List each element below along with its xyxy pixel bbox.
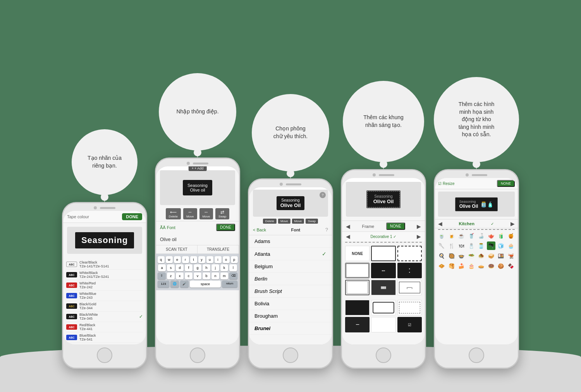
key-y[interactable]: y (198, 256, 205, 263)
frame-none-btn[interactable]: NONE (386, 223, 405, 230)
illus-none-btn[interactable]: NONE (497, 180, 515, 187)
frame-cell-12[interactable]: ━━ (345, 317, 370, 332)
font-brunei[interactable]: Brunei (249, 322, 332, 335)
key-mic[interactable]: 🎤 (180, 281, 189, 288)
swap-btn[interactable]: ⇄ Swap (215, 208, 229, 219)
question-mark-icon[interactable]: ? (320, 192, 326, 198)
key-u[interactable]: u (206, 256, 213, 263)
icon-chocolate[interactable]: 🍫 (507, 262, 515, 270)
frame-cell-9[interactable] (345, 300, 370, 315)
font-adams[interactable]: Adams (249, 235, 332, 248)
icon-sandwich[interactable]: 🥪 (487, 252, 495, 260)
key-j[interactable]: j (211, 264, 219, 271)
icon-fork-knife[interactable]: 🍴 (447, 241, 456, 250)
tape-item-1[interactable]: ABC Clear/BlackTZe-141/TZe-S141 (66, 259, 143, 270)
tape-item-5[interactable]: ABC Black/GoldTZe-344 (66, 301, 143, 312)
key-l[interactable]: l (229, 264, 237, 271)
key-n[interactable]: n (211, 272, 219, 279)
key-m[interactable]: m (220, 272, 228, 279)
key-x[interactable]: x (176, 272, 184, 279)
icon-salad[interactable]: 🥗 (467, 252, 476, 260)
key-v[interactable]: v (194, 272, 201, 279)
font-done-btn[interactable]: DONE (216, 224, 235, 231)
icon-coffee[interactable]: ☕ (457, 231, 466, 240)
key-z[interactable]: z (167, 272, 175, 279)
key-e[interactable]: e (174, 256, 181, 263)
font-bolivia[interactable]: Bolivia (249, 298, 332, 310)
phone5-home-btn[interactable] (469, 347, 484, 363)
key-o[interactable]: o (223, 256, 230, 263)
key-123[interactable]: 123 (158, 281, 169, 288)
key-k[interactable]: k (220, 264, 228, 271)
key-space[interactable]: space (190, 281, 221, 288)
key-shift[interactable]: ⇧ (158, 272, 166, 279)
frame-cell-1[interactable] (371, 246, 395, 261)
key-c[interactable]: c (185, 272, 193, 279)
icon-pan[interactable]: 🍳 (437, 252, 446, 260)
frame-right-arrow[interactable]: ▶ (417, 223, 421, 229)
key-g[interactable]: g (194, 264, 201, 271)
icon-ice[interactable]: 🧊 (497, 241, 505, 250)
tape-item-8[interactable]: ABC Blue/BlackTZe-541 (66, 332, 143, 343)
move-left-btn[interactable]: ↔ Move (183, 208, 197, 219)
frame-cell-7[interactable]: ▓▓▓ (371, 280, 395, 295)
phone2-home-btn[interactable] (190, 347, 205, 363)
icon-donut[interactable]: 🍩 (487, 262, 495, 270)
frame-none-cell[interactable]: NONE (345, 246, 370, 261)
frame-cell-4[interactable]: ▪▪▪ (371, 263, 395, 278)
frame-cell-11[interactable] (397, 300, 422, 315)
p3-delete-btn[interactable]: Delete (263, 219, 277, 224)
icon-waffle[interactable]: 🧇 (437, 262, 446, 270)
icon-pot[interactable]: 🥘 (447, 252, 456, 260)
key-s[interactable]: s (167, 264, 175, 271)
key-b[interactable]: b (203, 272, 210, 279)
key-a[interactable]: a (158, 264, 166, 271)
frame-cell-14[interactable]: ☑ (397, 317, 422, 332)
kitchen-left-arrow[interactable]: ◀ (438, 221, 442, 227)
key-t[interactable]: t (190, 256, 197, 263)
key-globe[interactable]: 🌐 (170, 281, 179, 288)
back-btn[interactable]: < Back (253, 228, 266, 232)
translate-btn[interactable]: TRANSLATE (198, 245, 239, 253)
icon-cake-slice[interactable]: 🍰 (457, 262, 466, 270)
scan-text-btn[interactable]: SCAN TEXT (156, 245, 198, 253)
font-berlin[interactable]: Berlin (249, 273, 332, 285)
icon-beer[interactable]: 🍺 (447, 231, 456, 240)
tape-item-3[interactable]: ABC White/RedTZe-242 (66, 280, 143, 291)
icon-teapot2[interactable]: 🫖 (487, 231, 495, 240)
key-backspace[interactable]: ⌫ (229, 272, 237, 279)
icon-salt[interactable]: 🧂 (467, 241, 476, 250)
frame-left-arrow[interactable]: ◀ (346, 223, 350, 229)
key-f[interactable]: f (185, 264, 193, 271)
frame-cell-8[interactable]: ╔══╗ (397, 280, 422, 295)
icon-sake[interactable]: 🍶 (477, 231, 485, 240)
frame-cell-5[interactable]: ▪▪ (397, 263, 422, 278)
font-belgium[interactable]: Belgium (249, 260, 332, 273)
delete-btn[interactable]: ⟵ Delete (166, 208, 181, 219)
icon-hotpot[interactable]: 🫕 (507, 252, 515, 260)
key-r[interactable]: r (182, 256, 189, 263)
font-atlanta[interactable]: Atlanta✓ (249, 248, 332, 260)
icon-teapot[interactable]: 🍵 (437, 231, 446, 240)
key-i[interactable]: i (215, 256, 222, 263)
frame-cell-13[interactable] (371, 317, 395, 332)
icon-cake[interactable]: 🎂 (467, 262, 476, 270)
icon-falafel[interactable]: 🧆 (477, 252, 485, 260)
icon-juice[interactable]: 🧃 (497, 231, 505, 240)
icon-cookie[interactable]: 🍪 (497, 262, 505, 270)
kitchen-right-arrow[interactable]: ▶ (511, 221, 515, 227)
icon-jar[interactable]: 🫙 (477, 241, 485, 250)
icon-cup[interactable]: 🥤 (467, 231, 476, 240)
move-right-btn[interactable]: ↔ Move (199, 208, 213, 219)
icon-plate[interactable]: 🍽 (457, 241, 466, 250)
key-q[interactable]: q (158, 256, 165, 263)
text-input-area[interactable]: Olive oil (156, 233, 239, 245)
frame-cell-6[interactable] (345, 280, 370, 295)
p3-move2-btn[interactable]: Move (292, 219, 304, 224)
icon-stew[interactable]: 🍲 (457, 252, 466, 260)
key-p[interactable]: p (231, 256, 238, 263)
font-brush-script[interactable]: Brush Script (249, 285, 332, 298)
tape-item-4[interactable]: ABC White/BlueTZe-243 (66, 291, 143, 301)
icon-pie[interactable]: 🥧 (477, 262, 485, 270)
icon-honey[interactable]: 🍯 (507, 231, 515, 240)
